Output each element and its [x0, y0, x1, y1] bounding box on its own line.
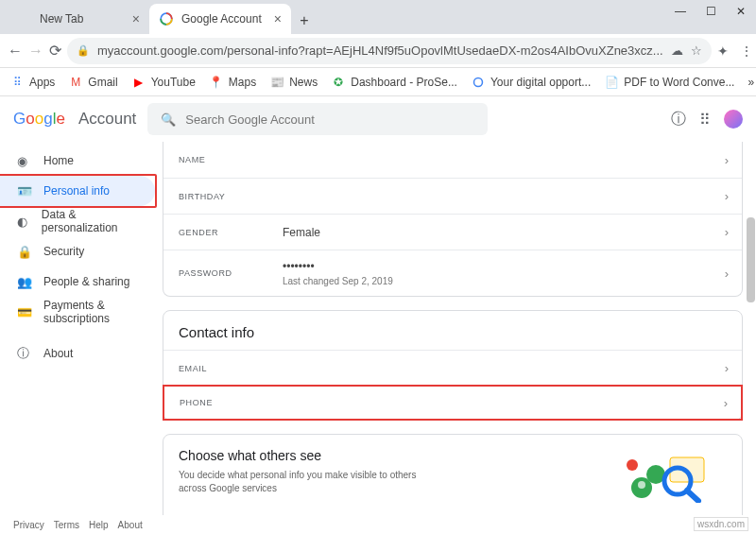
star-icon[interactable]: ☆	[691, 43, 702, 58]
back-button[interactable]: ←	[8, 40, 23, 62]
chevron-right-icon: ›	[725, 153, 729, 167]
window-maximize[interactable]: ☐	[696, 0, 726, 23]
label-birthday: Birthday	[179, 192, 283, 201]
google-icon	[471, 75, 486, 90]
blank-favicon-icon	[17, 11, 32, 26]
youtube-icon: ▶	[131, 75, 146, 90]
value-gender: Female	[283, 226, 320, 239]
watermark: wsxdn.com	[694, 517, 748, 531]
bookmark-pdf[interactable]: 📄PDF to Word Conve...	[604, 75, 734, 90]
value-password: ••••••••	[283, 260, 393, 273]
footer-terms[interactable]: Terms	[54, 520, 79, 530]
sidebar-item-personal-info[interactable]: 🪪Personal info	[0, 176, 155, 206]
apps-icon: ⠿	[9, 75, 25, 90]
contact-info-card: Contact info Email › Phone ›	[163, 310, 743, 421]
news-icon: 📰	[269, 75, 284, 90]
people-icon: 👥	[17, 275, 32, 289]
sidebar-item-payments[interactable]: 💳Payments & subscriptions	[0, 297, 157, 327]
google-favicon-icon	[159, 11, 174, 26]
search-placeholder: Search Google Account	[185, 112, 315, 127]
row-password[interactable]: Password •••••••• Last changed Sep 2, 20…	[163, 250, 742, 296]
label-email: Email	[179, 364, 283, 373]
maps-icon: 📍	[209, 75, 224, 90]
url-input[interactable]: 🔒 myaccount.google.com/personal-info?rap…	[67, 38, 712, 64]
window-minimize[interactable]: —	[665, 0, 696, 23]
help-icon[interactable]: ⓘ	[671, 110, 686, 129]
tab-title: Google Account	[181, 12, 262, 26]
chevron-right-icon: ›	[725, 267, 729, 281]
bookmarks-bar: ⠿Apps MGmail ▶YouTube 📍Maps 📰News ✪Dashb…	[0, 68, 756, 96]
tab-google-account[interactable]: Google Account ×	[149, 4, 291, 34]
account-avatar[interactable]	[724, 110, 743, 129]
window-close[interactable]: ✕	[726, 0, 756, 23]
bookmark-gmail[interactable]: MGmail	[68, 75, 117, 90]
sidebar-item-about[interactable]: ⓘAbout	[0, 338, 157, 369]
chevron-right-icon: ›	[725, 225, 729, 239]
sidebar: ◉Home 🪪Personal info ◐Data & personaliza…	[0, 142, 163, 515]
bookmarks-overflow[interactable]: »	[747, 76, 754, 89]
svg-point-6	[638, 481, 645, 489]
footer-about[interactable]: About	[118, 520, 143, 530]
svg-point-2	[627, 459, 638, 471]
row-birthday[interactable]: Birthday ›	[163, 178, 742, 214]
chevron-right-icon: ›	[725, 189, 729, 203]
label-name: Name	[179, 155, 283, 164]
sidebar-item-home[interactable]: ◉Home	[0, 146, 157, 176]
bookmark-apps[interactable]: ⠿Apps	[9, 75, 55, 90]
illustration-icon	[604, 448, 727, 503]
bookmark-youtube[interactable]: ▶YouTube	[131, 75, 196, 90]
bookmark-news[interactable]: 📰News	[269, 75, 318, 90]
google-logo[interactable]: Google	[13, 110, 65, 129]
info-icon: ⓘ	[17, 345, 32, 362]
row-name[interactable]: Name ›	[163, 142, 742, 178]
scrollbar-thumb[interactable]	[747, 217, 755, 302]
bookmark-maps[interactable]: 📍Maps	[209, 75, 256, 90]
sidebar-item-data-personalization[interactable]: ◐Data & personalization	[0, 206, 157, 236]
card-icon: 💳	[17, 305, 32, 319]
home-icon: ◉	[17, 154, 32, 168]
page-header: Google Account 🔍 Search Google Account ⓘ…	[0, 96, 756, 142]
others-desc: You decide what personal info you make v…	[179, 469, 424, 495]
extensions-icon[interactable]: ✦	[717, 41, 729, 61]
row-email[interactable]: Email ›	[163, 350, 742, 386]
others-title: Choose what others see	[179, 448, 604, 463]
main-content: Name › Birthday › Gender Female › Passwo…	[163, 142, 756, 515]
search-input[interactable]: 🔍 Search Google Account	[147, 103, 488, 135]
gmail-icon: M	[68, 75, 83, 90]
bookmark-dashboard[interactable]: ✪Dashboard - ProSe...	[331, 75, 457, 90]
others-see-card: Choose what others see You decide what p…	[163, 434, 743, 515]
sidebar-item-security[interactable]: 🔒Security	[0, 236, 157, 267]
dashboard-icon: ✪	[331, 75, 346, 90]
label-gender: Gender	[179, 228, 283, 237]
row-phone[interactable]: Phone ›	[163, 385, 743, 421]
reload-button[interactable]: ⟳	[49, 40, 61, 62]
sidebar-item-people-sharing[interactable]: 👥People & sharing	[0, 267, 157, 297]
address-bar: ← → ⟳ 🔒 myaccount.google.com/personal-in…	[0, 34, 756, 68]
tab-close-icon[interactable]: ×	[274, 11, 282, 26]
id-card-icon: 🪪	[17, 184, 32, 198]
apps-grid-icon[interactable]: ⠿	[699, 111, 711, 129]
data-icon: ◐	[17, 215, 30, 229]
tab-strip: New Tab × Google Account × +	[0, 0, 756, 34]
menu-icon[interactable]: ⋮	[740, 41, 753, 61]
sub-password-changed: Last changed Sep 2, 2019	[283, 276, 393, 286]
footer-help[interactable]: Help	[89, 520, 109, 530]
svg-line-8	[687, 491, 698, 501]
basic-info-card: Name › Birthday › Gender Female › Passwo…	[163, 142, 743, 297]
forward-button[interactable]: →	[28, 40, 43, 62]
url-text: myaccount.google.com/personal-info?rapt=…	[97, 43, 663, 58]
tab-new-tab[interactable]: New Tab ×	[8, 4, 149, 34]
new-tab-button[interactable]: +	[291, 8, 318, 34]
chevron-right-icon: ›	[725, 361, 729, 375]
row-gender[interactable]: Gender Female ›	[163, 214, 742, 250]
lock-icon: 🔒	[77, 44, 90, 57]
footer: Privacy Terms Help About	[13, 520, 143, 530]
translate-icon[interactable]: ☁	[671, 43, 683, 58]
bookmark-digital[interactable]: Your digital opport...	[471, 75, 591, 90]
footer-privacy[interactable]: Privacy	[13, 520, 44, 530]
pdf-icon: 📄	[604, 75, 619, 90]
search-icon: 🔍	[161, 112, 176, 127]
tab-close-icon[interactable]: ×	[132, 11, 140, 26]
chevron-right-icon: ›	[724, 396, 728, 410]
label-phone: Phone	[180, 398, 284, 407]
